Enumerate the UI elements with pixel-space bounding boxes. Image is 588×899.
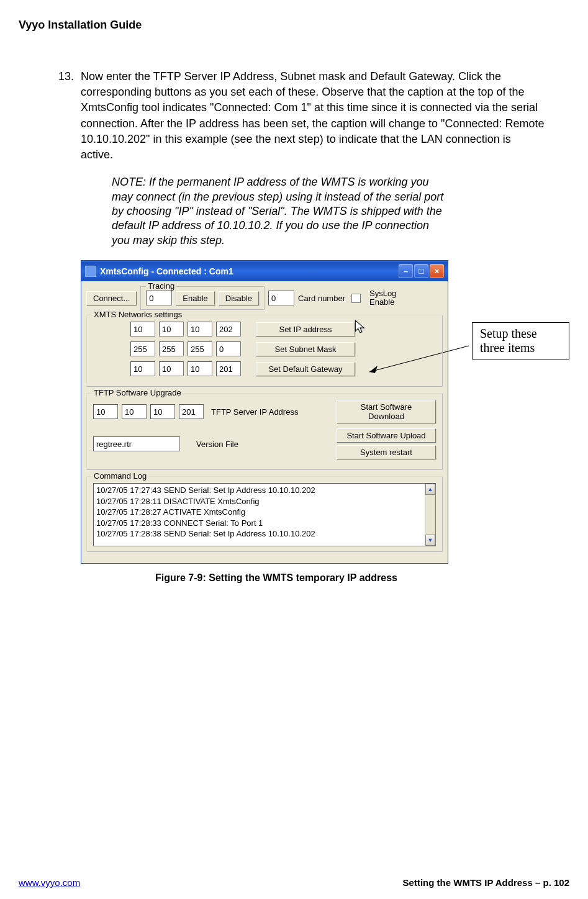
figure-area: Setup these three items XmtsConfig - Con…: [81, 260, 569, 584]
figure-caption: Figure 7-9: Setting the WMTS temporary I…: [155, 572, 569, 584]
tftp-upgrade-group: TFTP Software Upgrade TFTP Server IP Add…: [86, 393, 443, 470]
disable-button[interactable]: Disable: [219, 291, 259, 305]
ip-octet-3[interactable]: [188, 322, 212, 337]
mouse-cursor-icon: [354, 319, 368, 335]
log-line: 10/27/05 17:28:38 SEND Serial: Set Ip Ad…: [96, 528, 424, 540]
version-file-row: Version File Start Software Upload Syste…: [93, 428, 436, 459]
minimize-button[interactable]: –: [399, 264, 413, 278]
gateway-octet-4[interactable]: [216, 361, 241, 376]
log-line: 10/27/05 17:28:11 DISACTIVATE XmtsConfig: [96, 496, 424, 507]
app-icon: [85, 266, 96, 277]
tftp-legend: TFTP Software Upgrade: [92, 388, 183, 397]
set-subnet-mask-button[interactable]: Set Subnet Mask: [256, 342, 355, 356]
tracing-group: Tracing Enable Disable: [140, 286, 265, 310]
set-ip-address-button[interactable]: Set IP address: [256, 322, 355, 337]
set-default-gateway-button[interactable]: Set Default Gateway: [256, 362, 355, 376]
gateway-octet-2[interactable]: [159, 361, 184, 376]
start-software-upload-button[interactable]: Start Software Upload: [337, 428, 436, 443]
subnet-mask-row: Set Subnet Mask: [130, 341, 436, 356]
window-titlebar[interactable]: XmtsConfig - Connected : Com1 – □ ×: [81, 261, 448, 281]
tftp-server-row: TFTP Server IP Address Start Software Do…: [93, 400, 436, 423]
annotation-callout: Setup these three items: [472, 322, 569, 359]
connect-button[interactable]: Connect...: [86, 291, 137, 305]
ip-address-row: Set IP address: [130, 322, 436, 337]
tftp-server-label: TFTP Server IP Address: [211, 407, 298, 417]
start-software-download-button[interactable]: Start Software Download: [337, 400, 436, 423]
toolbar-row: Connect... Tracing Enable Disable Card n…: [86, 286, 443, 310]
close-button[interactable]: ×: [430, 264, 444, 278]
window-title: XmtsConfig - Connected : Com1: [100, 266, 397, 276]
tracing-input[interactable]: [146, 291, 172, 305]
subnet-octet-4[interactable]: [216, 341, 241, 356]
window-body: Connect... Tracing Enable Disable Card n…: [81, 281, 448, 563]
tftp-octet-1[interactable]: [93, 404, 118, 419]
step-text: Now enter the TFTP Server IP Address, Su…: [81, 70, 545, 161]
command-log-legend: Command Log: [92, 471, 148, 481]
step-number: 13.: [58, 69, 81, 84]
xmtsconfig-window: XmtsConfig - Connected : Com1 – □ × Conn…: [81, 260, 448, 564]
tftp-octet-4[interactable]: [179, 404, 204, 419]
enable-button[interactable]: Enable: [176, 291, 214, 305]
log-line: 10/27/05 17:28:33 CONNECT Serial: To Por…: [96, 518, 424, 529]
command-log-box[interactable]: 10/27/05 17:27:43 SEND Serial: Set Ip Ad…: [93, 483, 436, 546]
command-log-group: Command Log 10/27/05 17:27:43 SEND Seria…: [86, 476, 443, 552]
subnet-octet-3[interactable]: [188, 341, 212, 356]
xmts-legend: XMTS Networks settings: [92, 310, 184, 319]
step-text-block: 13.Now enter the TFTP Server IP Address,…: [81, 69, 545, 163]
system-restart-button[interactable]: System restart: [337, 445, 436, 459]
subnet-octet-2[interactable]: [159, 341, 184, 356]
xmts-network-settings-group: XMTS Networks settings Set IP address: [86, 315, 443, 387]
log-line: 10/27/05 17:28:27 ACTIVATE XmtsConfig: [96, 507, 424, 518]
version-file-input[interactable]: [93, 436, 180, 451]
log-scrollbar[interactable]: ▲ ▼: [425, 484, 435, 546]
tftp-octet-3[interactable]: [150, 404, 175, 419]
card-number-label: Card number: [298, 294, 345, 303]
default-gateway-row: Set Default Gateway: [130, 361, 436, 376]
maximize-button[interactable]: □: [414, 264, 428, 278]
subnet-octet-1[interactable]: [130, 341, 155, 356]
syslog-enable-checkbox[interactable]: [351, 294, 361, 303]
tftp-octet-2[interactable]: [122, 404, 147, 419]
gateway-octet-3[interactable]: [188, 361, 212, 376]
ip-octet-4[interactable]: [216, 322, 241, 337]
syslog-enable-label: SysLogEnable: [369, 289, 396, 306]
ip-octet-1[interactable]: [130, 322, 155, 337]
note-block: NOTE: If the permanent IP address of the…: [112, 175, 445, 248]
svg-marker-2: [355, 320, 364, 333]
scroll-up-button[interactable]: ▲: [425, 484, 435, 495]
card-number-input[interactable]: [268, 291, 294, 305]
tracing-legend: Tracing: [146, 281, 176, 291]
log-line: 10/27/05 17:27:43 SEND Serial: Set Ip Ad…: [96, 485, 424, 496]
version-file-label: Version File: [196, 440, 238, 449]
gateway-octet-1[interactable]: [130, 361, 155, 376]
ip-octet-2[interactable]: [159, 322, 184, 337]
scroll-down-button[interactable]: ▼: [425, 535, 435, 546]
doc-header-title: Vyyo Installation Guide: [19, 19, 569, 32]
